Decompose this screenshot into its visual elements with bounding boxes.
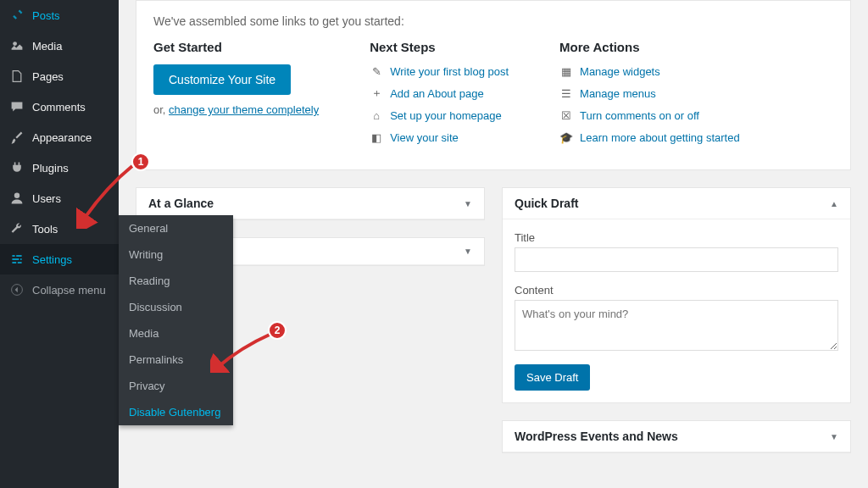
- quick-draft-header[interactable]: Quick Draft▲: [503, 188, 850, 219]
- chevron-up-icon: ▲: [830, 199, 838, 208]
- at-a-glance-title: At a Glance: [148, 197, 214, 210]
- collapse-icon: [8, 281, 25, 298]
- welcome-intro: We've assembled some links to get you st…: [153, 14, 833, 28]
- sidebar-label: Media: [32, 40, 62, 53]
- sidebar-label: Posts: [32, 9, 60, 22]
- next-steps-col: Next Steps ✎Write your first blog post ＋…: [370, 40, 509, 152]
- media-icon: [8, 37, 25, 54]
- learn-icon: 🎓: [559, 130, 573, 144]
- or-text: or,: [153, 103, 165, 116]
- write-post-link[interactable]: Write your first blog post: [390, 65, 509, 78]
- title-label: Title: [515, 231, 838, 244]
- submenu-privacy[interactable]: Privacy: [119, 373, 233, 399]
- menus-icon: ☰: [559, 86, 573, 100]
- comments-toggle-icon: ☒: [559, 108, 573, 122]
- admin-sidebar: Posts Media Pages Comments Appearance Pl…: [0, 0, 119, 488]
- sidebar-item-comments[interactable]: Comments: [0, 92, 119, 122]
- events-news-title: WordPress Events and News: [515, 430, 678, 443]
- more-actions-heading: More Actions: [559, 40, 740, 54]
- svg-point-0: [13, 42, 17, 46]
- content-label: Content: [515, 284, 838, 297]
- widgets-icon: ▦: [559, 64, 573, 78]
- submenu-discussion[interactable]: Discussion: [119, 294, 233, 320]
- pin-icon: [8, 7, 25, 24]
- draft-content-input[interactable]: [515, 300, 838, 351]
- chevron-down-icon: ▼: [464, 247, 472, 256]
- sidebar-label: Tools: [32, 223, 58, 236]
- welcome-panel: We've assembled some links to get you st…: [136, 0, 851, 170]
- manage-widgets-link[interactable]: Manage widgets: [580, 65, 660, 78]
- plus-icon: ＋: [370, 86, 383, 100]
- comment-icon: [8, 98, 25, 115]
- more-actions-col: More Actions ▦Manage widgets ☰Manage men…: [559, 40, 740, 152]
- sidebar-label: Plugins: [32, 162, 69, 175]
- sidebar-item-posts[interactable]: Posts: [0, 0, 119, 30]
- user-icon: [8, 190, 25, 207]
- events-news-box: WordPress Events and News▼: [502, 420, 851, 453]
- draft-title-input[interactable]: [515, 247, 838, 272]
- submenu-reading[interactable]: Reading: [119, 268, 233, 294]
- save-draft-button[interactable]: Save Draft: [515, 364, 590, 391]
- plug-icon: [8, 159, 25, 176]
- sidebar-label: Collapse menu: [32, 284, 106, 297]
- home-icon: ⌂: [370, 108, 383, 122]
- sidebar-collapse[interactable]: Collapse menu: [0, 274, 119, 305]
- manage-menus-link[interactable]: Manage menus: [580, 87, 656, 100]
- get-started-col: Get Started Customize Your Site or, chan…: [153, 40, 319, 152]
- toggle-comments-link[interactable]: Turn comments on or off: [580, 109, 699, 122]
- submenu-disable-gutenberg[interactable]: Disable Gutenberg: [119, 399, 233, 425]
- annotation-arrow-2: [210, 330, 276, 373]
- add-about-link[interactable]: Add an About page: [390, 87, 484, 100]
- submenu-writing[interactable]: Writing: [119, 241, 233, 268]
- chevron-down-icon: ▼: [464, 199, 472, 208]
- sidebar-item-appearance[interactable]: Appearance: [0, 122, 119, 152]
- annotation-badge-2: 2: [268, 321, 287, 340]
- sidebar-item-media[interactable]: Media: [0, 30, 119, 61]
- settings-submenu: General Writing Reading Discussion Media…: [119, 215, 233, 425]
- customize-button[interactable]: Customize Your Site: [153, 64, 291, 95]
- quick-draft-title: Quick Draft: [515, 197, 578, 210]
- setup-home-link[interactable]: Set up your homepage: [390, 109, 502, 122]
- sidebar-label: Users: [32, 192, 61, 205]
- edit-icon: ✎: [370, 64, 383, 78]
- sidebar-label: Appearance: [32, 131, 92, 144]
- wrench-icon: [8, 220, 25, 237]
- sidebar-item-settings[interactable]: Settings: [0, 244, 119, 274]
- quick-draft-box: Quick Draft▲ Title Content Save Draft: [502, 187, 851, 403]
- get-started-heading: Get Started: [153, 40, 319, 54]
- view-icon: ◧: [370, 130, 383, 144]
- sidebar-label: Settings: [32, 253, 72, 266]
- annotation-badge-1: 1: [131, 152, 150, 171]
- view-site-link[interactable]: View your site: [390, 131, 459, 144]
- sidebar-label: Comments: [32, 101, 86, 114]
- change-theme-link[interactable]: change your theme completely: [169, 103, 319, 116]
- learn-more-link[interactable]: Learn more about getting started: [580, 131, 740, 144]
- sidebar-label: Pages: [32, 70, 64, 83]
- annotation-arrow-1: [76, 163, 137, 229]
- sidebar-item-pages[interactable]: Pages: [0, 61, 119, 92]
- chevron-down-icon: ▼: [830, 432, 838, 441]
- svg-point-1: [14, 193, 19, 198]
- sliders-icon: [8, 251, 25, 268]
- events-news-header[interactable]: WordPress Events and News▼: [503, 421, 850, 452]
- brush-icon: [8, 129, 25, 146]
- next-steps-heading: Next Steps: [370, 40, 509, 54]
- page-icon: [8, 68, 25, 85]
